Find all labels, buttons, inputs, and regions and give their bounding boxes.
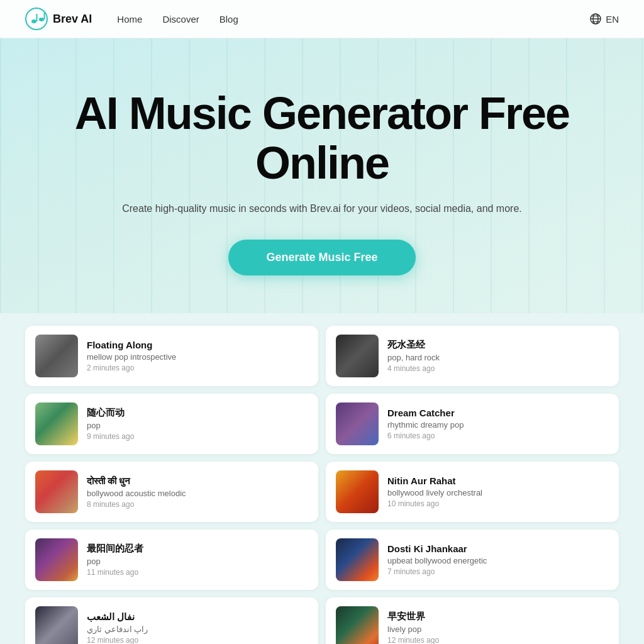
music-card[interactable]: 早安世界 lively pop 12 minutes ago [326,597,619,644]
music-card[interactable]: Dosti Ki Jhankaar upbeat bollywood energ… [326,530,619,590]
nav-home[interactable]: Home [117,14,142,25]
music-info: Dosti Ki Jhankaar upbeat bollywood energ… [387,543,609,576]
navbar: Brev AI Home Discover Blog EN [0,0,644,38]
nav-blog[interactable]: Blog [219,14,238,25]
music-title: 死水圣经 [387,339,609,351]
music-title: 最阳间的忍者 [87,543,308,555]
thumb-decoration [336,606,379,644]
music-tags: pop [87,557,308,566]
music-thumbnail [336,470,379,513]
thumb-decoration [35,538,78,581]
language-selector[interactable]: EN [589,13,619,25]
globe-icon [589,13,602,25]
hero-subtitle: Create high-quality music in seconds wit… [25,203,619,214]
thumb-decoration [336,470,379,513]
thumb-decoration [336,402,379,445]
thumb-decoration [35,470,78,513]
music-thumbnail [35,335,78,377]
music-thumbnail [336,335,379,377]
music-time: 12 minutes ago [387,636,609,644]
music-card[interactable]: दोस्ती की धुन bollywood acoustic melodic… [25,462,318,522]
music-info: 随心而动 pop 9 minutes ago [87,407,308,441]
hero-section: AI Music Generator Free Online Create hi… [0,38,644,313]
music-thumbnail [336,538,379,581]
music-time: 7 minutes ago [387,567,609,576]
music-info: 死水圣经 pop, hard rock 4 minutes ago [387,339,609,373]
music-tags: lively pop [387,625,609,634]
music-tags: pop [87,421,308,430]
music-title: Floating Along [87,340,308,350]
hero-title: AI Music Generator Free Online [25,89,619,188]
logo-icon [25,8,48,30]
music-time: 2 minutes ago [87,364,308,372]
nav-discover[interactable]: Discover [162,14,199,25]
music-tags: pop, hard rock [387,353,609,362]
music-card[interactable]: Floating Along mellow pop introspective … [25,326,318,386]
thumb-decoration [35,606,78,644]
music-time: 6 minutes ago [387,431,609,440]
music-info: Floating Along mellow pop introspective … [87,340,308,372]
music-thumbnail [35,470,78,513]
music-title: نفال الشعب [87,611,308,623]
music-card[interactable]: 死水圣经 pop, hard rock 4 minutes ago [326,326,619,386]
music-title: Nitin Aur Rahat [387,475,609,486]
music-thumbnail [35,402,78,445]
music-card[interactable]: 最阳间的忍者 pop 11 minutes ago [25,530,318,590]
music-card[interactable]: نفال الشعب راپ اندفاعي ثاري 12 minutes a… [25,597,318,644]
music-title: 随心而动 [87,407,308,419]
music-thumbnail [336,402,379,445]
music-time: 9 minutes ago [87,432,308,441]
music-time: 11 minutes ago [87,568,308,577]
thumb-decoration [336,335,379,377]
music-thumbnail [35,606,78,644]
music-tags: bollywood lively orchestral [387,488,609,497]
music-title: Dosti Ki Jhankaar [387,543,609,554]
svg-point-1 [31,19,36,23]
music-info: Dream Catcher rhythmic dreamy pop 6 minu… [387,408,609,440]
music-grid: Floating Along mellow pop introspective … [0,313,644,644]
logo[interactable]: Brev AI [25,8,92,30]
music-time: 4 minutes ago [387,364,609,373]
music-time: 10 minutes ago [387,499,609,508]
music-card[interactable]: Dream Catcher rhythmic dreamy pop 6 minu… [326,394,619,454]
music-time: 12 minutes ago [87,636,308,644]
music-tags: mellow pop introspective [87,352,308,362]
music-card[interactable]: Nitin Aur Rahat bollywood lively orchest… [326,462,619,522]
logo-text: Brev AI [53,13,92,26]
music-title: Dream Catcher [387,408,609,418]
music-tags: rhythmic dreamy pop [387,420,609,430]
thumb-decoration [336,538,379,581]
music-title: 早安世界 [387,611,609,623]
music-tags: راپ اندفاعي ثاري [87,625,308,634]
music-info: दोस्ती की धुन bollywood acoustic melodic… [87,475,308,509]
music-title: दोस्ती की धुन [87,475,308,487]
music-thumbnail [35,538,78,581]
music-info: Nitin Aur Rahat bollywood lively orchest… [387,475,609,508]
music-info: 早安世界 lively pop 12 minutes ago [387,611,609,644]
generate-button[interactable]: Generate Music Free [228,240,415,275]
svg-rect-3 [36,14,38,21]
music-info: نفال الشعب راپ اندفاعي ثاري 12 minutes a… [87,611,308,644]
music-card[interactable]: 随心而动 pop 9 minutes ago [25,394,318,454]
thumb-decoration [35,402,78,445]
svg-rect-4 [44,13,45,19]
music-thumbnail [336,606,379,644]
music-tags: upbeat bollywood energetic [387,556,609,565]
lang-label: EN [606,14,619,25]
thumb-decoration [35,335,78,377]
music-info: 最阳间的忍者 pop 11 minutes ago [87,543,308,577]
music-tags: bollywood acoustic melodic [87,489,308,498]
nav-links: Home Discover Blog [117,14,589,25]
svg-point-2 [39,18,44,21]
music-time: 8 minutes ago [87,500,308,509]
